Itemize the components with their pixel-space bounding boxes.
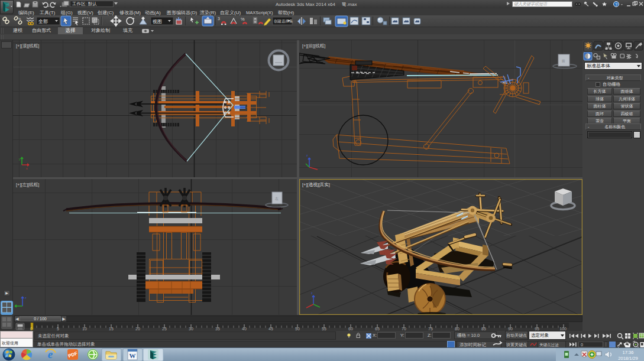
svg-text:100: 100: [559, 327, 567, 331]
svg-text:W: W: [130, 352, 136, 359]
svg-text:2018/1/29: 2018/1/29: [618, 356, 637, 361]
svg-text:全部: 全部: [38, 19, 48, 24]
svg-text:%: %: [18, 17, 21, 21]
svg-text:[+][前][线框]: [+][前][线框]: [302, 43, 325, 48]
svg-text:17:36: 17:36: [623, 350, 634, 355]
svg-text:[+][顶][线框]: [+][顶][线框]: [16, 43, 39, 48]
svg-text:前: 前: [561, 59, 565, 63]
svg-text:?: ?: [615, 2, 617, 7]
svg-text:左: 左: [275, 197, 279, 200]
svg-text:[+][左][线框]: [+][左][线框]: [16, 182, 39, 187]
svg-text:[+][透视][真实]: [+][透视][真实]: [302, 182, 330, 187]
svg-text:3: 3: [218, 17, 220, 21]
svg-text:0: 0: [30, 327, 33, 331]
svg-text:%: %: [241, 17, 245, 22]
svg-text:视图: 视图: [152, 19, 162, 24]
svg-text:创建选择集: 创建选择集: [274, 19, 293, 24]
